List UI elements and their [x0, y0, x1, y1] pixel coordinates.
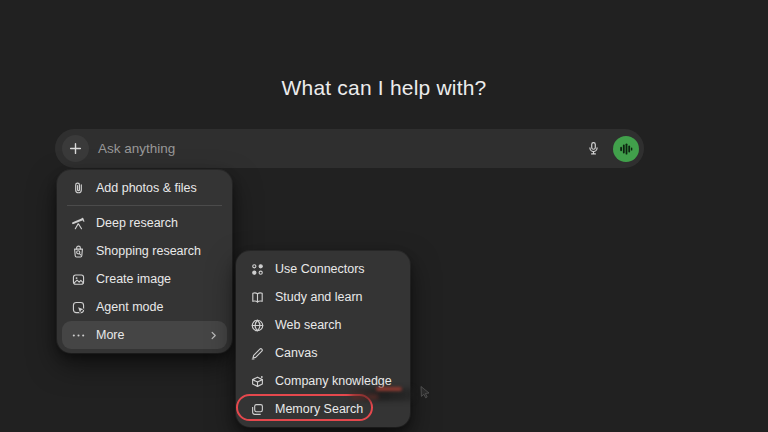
more-submenu: Use Connectors Study and learn Web searc… [236, 251, 410, 427]
menu-item-label: Create image [96, 272, 171, 286]
submenu-item-label: Canvas [275, 346, 317, 360]
submenu-item-study-and-learn[interactable]: Study and learn [241, 283, 405, 311]
company-knowledge-icon [249, 373, 265, 389]
submenu-item-label: Memory Search [275, 402, 363, 416]
menu-item-create-image[interactable]: Create image [62, 265, 227, 293]
submenu-item-memory-search[interactable]: Memory Search [241, 395, 405, 423]
microphone-icon [586, 141, 601, 156]
menu-item-deep-research[interactable]: Deep research [62, 209, 227, 237]
ellipsis-icon [70, 327, 86, 343]
attach-plus-button[interactable] [62, 135, 89, 162]
menu-item-label: Deep research [96, 216, 178, 230]
menu-item-label: Add photos & files [96, 181, 197, 195]
composer-input-bar[interactable]: Ask anything [55, 129, 644, 168]
menu-item-more[interactable]: More [62, 321, 227, 349]
menu-item-agent-mode[interactable]: Agent mode [62, 293, 227, 321]
chatgpt-window: What can I help with? Ask anything [0, 0, 768, 432]
submenu-item-canvas[interactable]: Canvas [241, 339, 405, 367]
submenu-item-web-search[interactable]: Web search [241, 311, 405, 339]
connectors-icon [249, 261, 265, 277]
submenu-item-use-connectors[interactable]: Use Connectors [241, 255, 405, 283]
telescope-icon [70, 215, 86, 231]
page-title: What can I help with? [0, 76, 768, 100]
chevron-right-icon [208, 330, 219, 341]
plus-icon [68, 141, 83, 156]
create-image-icon [70, 271, 86, 287]
submenu-item-label: Study and learn [275, 290, 363, 304]
menu-item-label: Shopping research [96, 244, 201, 258]
menu-item-label: More [96, 328, 124, 342]
memory-cards-icon [249, 401, 265, 417]
menu-item-shopping-research[interactable]: Shopping research [62, 237, 227, 265]
voice-mode-button[interactable] [613, 136, 639, 162]
submenu-item-company-knowledge[interactable]: Company knowledge [241, 367, 405, 395]
menu-item-add-photos-files[interactable]: Add photos & files [62, 174, 227, 202]
globe-icon [249, 317, 265, 333]
agent-mode-icon [70, 299, 86, 315]
paperclip-icon [70, 180, 86, 196]
submenu-item-label: Company knowledge [275, 374, 392, 388]
shopping-research-icon [70, 243, 86, 259]
mouse-cursor [420, 386, 432, 399]
voice-waveform-icon [618, 141, 634, 157]
dictate-button[interactable] [581, 136, 606, 161]
submenu-item-label: Use Connectors [275, 262, 365, 276]
composer-placeholder[interactable]: Ask anything [98, 129, 175, 168]
pencil-icon [249, 345, 265, 361]
submenu-item-label: Web search [275, 318, 341, 332]
menu-divider [67, 205, 222, 206]
open-book-icon [249, 289, 265, 305]
menu-item-label: Agent mode [96, 300, 163, 314]
attach-menu: Add photos & files Deep research [57, 170, 232, 353]
